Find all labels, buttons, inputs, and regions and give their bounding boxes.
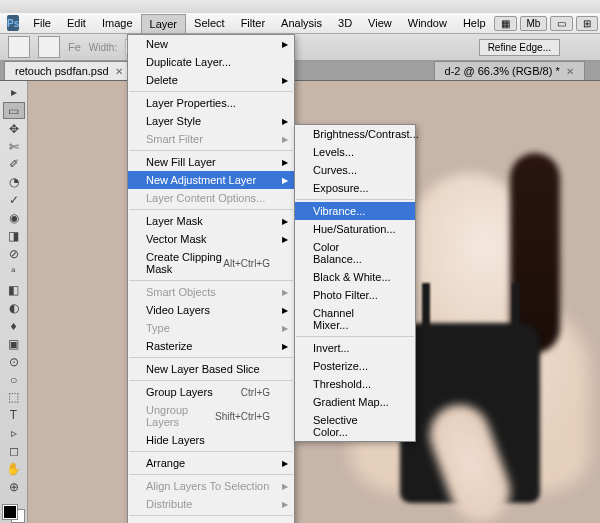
tab-document-1[interactable]: retouch psdfan.psd ✕ xyxy=(4,61,134,80)
tab-label: d-2 @ 66.3% (RGB/8) * xyxy=(445,65,560,77)
separator xyxy=(296,336,414,337)
menu-image[interactable]: Image xyxy=(94,14,141,33)
layer-menu-item-new-layer-based-slice[interactable]: New Layer Based Slice xyxy=(128,360,294,378)
layer-menu-item-vector-mask[interactable]: Vector Mask▶ xyxy=(128,230,294,248)
layer-menu-item-video-layers[interactable]: Video Layers▶ xyxy=(128,301,294,319)
menu-item-label: Vector Mask xyxy=(146,233,207,245)
tool-0[interactable]: ▸ xyxy=(3,84,25,101)
adj-submenu-item-threshold[interactable]: Threshold... xyxy=(295,375,415,393)
tool-22[interactable]: ⊕ xyxy=(3,479,25,496)
adj-submenu-item-brightness-contrast[interactable]: Brightness/Contrast... xyxy=(295,125,415,143)
menu-window[interactable]: Window xyxy=(400,14,455,33)
layer-menu-item-group-layers[interactable]: Group LayersCtrl+G xyxy=(128,383,294,401)
tool-21[interactable]: ✋ xyxy=(3,461,25,478)
shortcut: Ctrl+G xyxy=(241,387,270,398)
layer-menu-item-delete[interactable]: Delete▶ xyxy=(128,71,294,89)
submenu-arrow-icon: ▶ xyxy=(282,235,288,244)
selection-mode-icon[interactable] xyxy=(38,36,60,58)
adj-submenu-item-gradient-map[interactable]: Gradient Map... xyxy=(295,393,415,411)
adj-submenu-item-black-white[interactable]: Black & White... xyxy=(295,268,415,286)
tool-preset-icon[interactable] xyxy=(8,36,30,58)
tool-13[interactable]: ♦ xyxy=(3,317,25,334)
layer-menu-item-layer-style[interactable]: Layer Style▶ xyxy=(128,112,294,130)
menu-item-label: Invert... xyxy=(313,342,350,354)
submenu-arrow-icon: ▶ xyxy=(282,459,288,468)
tool-7[interactable]: ◉ xyxy=(3,210,25,227)
separator xyxy=(129,451,293,452)
mini-bridge-button[interactable]: Mb xyxy=(520,16,548,31)
tool-16[interactable]: ○ xyxy=(3,371,25,388)
document-tabs: retouch psdfan.psd ✕ d-2 @ 66.3% (RGB/8)… xyxy=(0,61,600,81)
submenu-arrow-icon: ▶ xyxy=(282,324,288,333)
app-icon: Ps xyxy=(7,15,19,31)
menu-analysis[interactable]: Analysis xyxy=(273,14,330,33)
tool-5[interactable]: ◔ xyxy=(3,174,25,191)
adj-submenu-item-vibrance[interactable]: Vibrance... xyxy=(295,202,415,220)
adj-submenu-item-channel-mixer[interactable]: Channel Mixer... xyxy=(295,304,415,334)
adj-submenu-item-levels[interactable]: Levels... xyxy=(295,143,415,161)
menu-item-label: Posterize... xyxy=(313,360,368,372)
tab-document-2[interactable]: d-2 @ 66.3% (RGB/8) * ✕ xyxy=(434,61,585,80)
menu-item-label: Video Layers xyxy=(146,304,210,316)
menu-file[interactable]: File xyxy=(25,14,59,33)
close-icon[interactable]: ✕ xyxy=(566,66,574,77)
tool-20[interactable]: ◻ xyxy=(3,443,25,460)
refine-edge-button[interactable]: Refine Edge... xyxy=(479,39,560,56)
tool-2[interactable]: ✥ xyxy=(3,120,25,137)
tool-17[interactable]: ⬚ xyxy=(3,389,25,406)
layer-menu-item-layer-mask[interactable]: Layer Mask▶ xyxy=(128,212,294,230)
submenu-arrow-icon: ▶ xyxy=(282,117,288,126)
layer-menu-item-rasterize[interactable]: Rasterize▶ xyxy=(128,337,294,355)
tool-10[interactable]: ᵃ xyxy=(3,264,25,281)
shortcut: Shift+Ctrl+G xyxy=(215,411,270,422)
submenu-arrow-icon: ▶ xyxy=(282,288,288,297)
adj-submenu-item-exposure[interactable]: Exposure... xyxy=(295,179,415,197)
adj-submenu-item-curves[interactable]: Curves... xyxy=(295,161,415,179)
adj-submenu-item-color-balance[interactable]: Color Balance... xyxy=(295,238,415,268)
color-swatches[interactable] xyxy=(3,505,25,524)
tool-4[interactable]: ✐ xyxy=(3,156,25,173)
tool-15[interactable]: ⊙ xyxy=(3,353,25,370)
options-bar: Fe Width: ⇄ Height: Refine Edge... xyxy=(0,34,600,61)
tool-9[interactable]: ⊘ xyxy=(3,246,25,263)
adj-submenu-item-invert[interactable]: Invert... xyxy=(295,339,415,357)
layer-menu-item-new-fill-layer[interactable]: New Fill Layer▶ xyxy=(128,153,294,171)
menu-select[interactable]: Select xyxy=(186,14,233,33)
menu-edit[interactable]: Edit xyxy=(59,14,94,33)
tool-12[interactable]: ◐ xyxy=(3,299,25,316)
layer-menu-item-create-clipping-mask[interactable]: Create Clipping MaskAlt+Ctrl+G xyxy=(128,248,294,278)
layer-menu-item-arrange[interactable]: Arrange▶ xyxy=(128,454,294,472)
menu-item-label: Levels... xyxy=(313,146,354,158)
layer-menu-item-layer-properties[interactable]: Layer Properties... xyxy=(128,94,294,112)
tool-19[interactable]: ▹ xyxy=(3,425,25,442)
menu-layer[interactable]: Layer xyxy=(141,14,187,33)
tool-1[interactable]: ▭ xyxy=(3,102,25,119)
close-icon[interactable]: ✕ xyxy=(115,66,123,77)
launch-bridge-icon[interactable]: ▦ xyxy=(494,16,517,31)
adj-submenu-item-hue-saturation[interactable]: Hue/Saturation... xyxy=(295,220,415,238)
separator xyxy=(129,357,293,358)
titlebar xyxy=(0,0,600,13)
layer-menu-item-new-adjustment-layer[interactable]: New Adjustment Layer▶ xyxy=(128,171,294,189)
guides-icon[interactable]: ⊞ xyxy=(576,16,598,31)
menu-help[interactable]: Help xyxy=(455,14,494,33)
tool-14[interactable]: ▣ xyxy=(3,335,25,352)
tool-8[interactable]: ◨ xyxy=(3,228,25,245)
menu-3d[interactable]: 3D xyxy=(330,14,360,33)
layer-menu-item-lock-all-layers-in-group: Lock All Layers in Group... xyxy=(128,518,294,523)
menu-view[interactable]: View xyxy=(360,14,400,33)
adj-submenu-item-posterize[interactable]: Posterize... xyxy=(295,357,415,375)
tool-18[interactable]: T xyxy=(3,407,25,424)
menu-filter[interactable]: Filter xyxy=(233,14,273,33)
layer-menu-item-hide-layers[interactable]: Hide Layers xyxy=(128,431,294,449)
submenu-arrow-icon: ▶ xyxy=(282,158,288,167)
tool-3[interactable]: ✄ xyxy=(3,138,25,155)
layer-menu-item-duplicate-layer[interactable]: Duplicate Layer... xyxy=(128,53,294,71)
adj-submenu-item-photo-filter[interactable]: Photo Filter... xyxy=(295,286,415,304)
tool-6[interactable]: ✓ xyxy=(3,192,25,209)
layer-menu-item-new[interactable]: New▶ xyxy=(128,35,294,53)
menu-item-label: Smart Filter xyxy=(146,133,203,145)
extras-icon[interactable]: ▭ xyxy=(550,16,573,31)
tool-11[interactable]: ◧ xyxy=(3,281,25,298)
adj-submenu-item-selective-color[interactable]: Selective Color... xyxy=(295,411,415,441)
